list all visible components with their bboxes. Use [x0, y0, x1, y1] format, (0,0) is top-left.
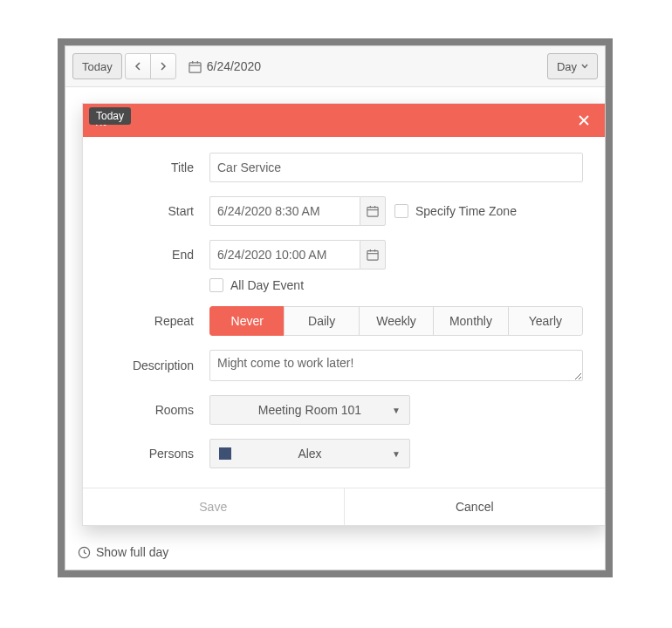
end-datepicker-button[interactable]	[360, 240, 386, 270]
calendar-toolbar: Today 6/24/2020 Day	[65, 46, 605, 87]
caret-down-icon: ▼	[392, 406, 401, 415]
persons-select[interactable]: Alex ▼	[209, 439, 410, 468]
view-selector-label: Day	[557, 60, 577, 73]
description-label: Description	[105, 358, 209, 372]
modal-body: Title Start	[83, 137, 605, 488]
caret-down-icon	[581, 64, 588, 69]
today-tooltip: Today	[89, 107, 131, 125]
show-full-day-text: Show full day	[96, 545, 168, 559]
specify-timezone-checkbox[interactable]	[394, 204, 408, 218]
description-row: Description	[105, 350, 583, 381]
chevron-right-icon	[160, 62, 167, 71]
show-full-day-link[interactable]: Show full day	[78, 545, 168, 559]
end-label: End	[105, 248, 209, 262]
outer-frame: Today 6/24/2020 Day Today	[58, 38, 613, 577]
cancel-button[interactable]: Cancel	[345, 488, 606, 525]
persons-selected-value: Alex	[298, 447, 321, 461]
title-label: Title	[105, 160, 209, 174]
start-label: Start	[105, 204, 209, 218]
allday-checkbox[interactable]	[209, 278, 223, 292]
calendar-panel: Today 6/24/2020 Day Today	[65, 45, 606, 570]
title-input[interactable]	[209, 153, 583, 182]
today-button[interactable]: Today	[72, 53, 122, 79]
end-datetime-group	[209, 240, 386, 270]
close-button[interactable]	[575, 112, 593, 129]
next-button[interactable]	[150, 53, 176, 79]
repeat-yearly[interactable]: Yearly	[508, 306, 583, 336]
allday-checkbox-row: All Day Event	[209, 278, 304, 292]
start-datetime-input[interactable]	[209, 196, 360, 226]
caret-down-icon: ▼	[392, 449, 401, 459]
repeat-never[interactable]: Never	[209, 306, 285, 336]
prev-button[interactable]	[125, 53, 151, 79]
repeat-label: Repeat	[105, 314, 209, 328]
rooms-row: Rooms Meeting Room 101 ▼	[105, 395, 583, 425]
start-datetime-group	[209, 196, 386, 226]
event-edit-modal: nt Title Start	[82, 103, 606, 526]
modal-header: nt	[83, 104, 605, 137]
persons-label: Persons	[105, 447, 209, 461]
repeat-weekly[interactable]: Weekly	[359, 306, 434, 336]
repeat-monthly[interactable]: Monthly	[433, 306, 508, 336]
title-row: Title	[105, 153, 583, 182]
end-row: End	[105, 240, 583, 270]
start-datepicker-button[interactable]	[360, 196, 386, 226]
start-row: Start Specify Time Zone	[105, 196, 583, 226]
calendar-icon	[189, 60, 202, 73]
persons-row: Persons Alex ▼	[105, 439, 583, 468]
allday-label: All Day Event	[230, 278, 304, 292]
description-textarea[interactable]	[209, 350, 583, 381]
svg-rect-8	[367, 251, 378, 261]
rooms-label: Rooms	[105, 403, 209, 417]
current-date-display: 6/24/2020	[189, 59, 261, 73]
calendar-icon	[367, 249, 379, 261]
end-datetime-input[interactable]	[209, 240, 360, 270]
modal-footer: Save Cancel	[83, 488, 605, 525]
close-icon	[579, 115, 589, 126]
chevron-left-icon	[134, 62, 141, 71]
repeat-row: Repeat Never Daily Weekly Monthly Yearly	[105, 306, 583, 336]
specify-timezone-label: Specify Time Zone	[415, 204, 517, 218]
person-color-swatch	[219, 447, 231, 460]
svg-rect-4	[367, 208, 378, 217]
repeat-button-group: Never Daily Weekly Monthly Yearly	[209, 306, 583, 336]
svg-rect-0	[189, 62, 201, 72]
rooms-select[interactable]: Meeting Room 101 ▼	[209, 395, 410, 425]
calendar-icon	[367, 205, 379, 217]
view-selector-button[interactable]: Day	[547, 53, 598, 79]
nav-arrow-group	[126, 53, 176, 79]
specify-timezone-row: Specify Time Zone	[394, 204, 517, 218]
allday-row: All Day Event	[105, 278, 583, 292]
repeat-daily[interactable]: Daily	[284, 306, 359, 336]
clock-icon	[78, 546, 91, 559]
rooms-selected-value: Meeting Room 101	[258, 403, 361, 417]
save-button[interactable]: Save	[83, 488, 345, 525]
current-date-text: 6/24/2020	[207, 59, 261, 73]
